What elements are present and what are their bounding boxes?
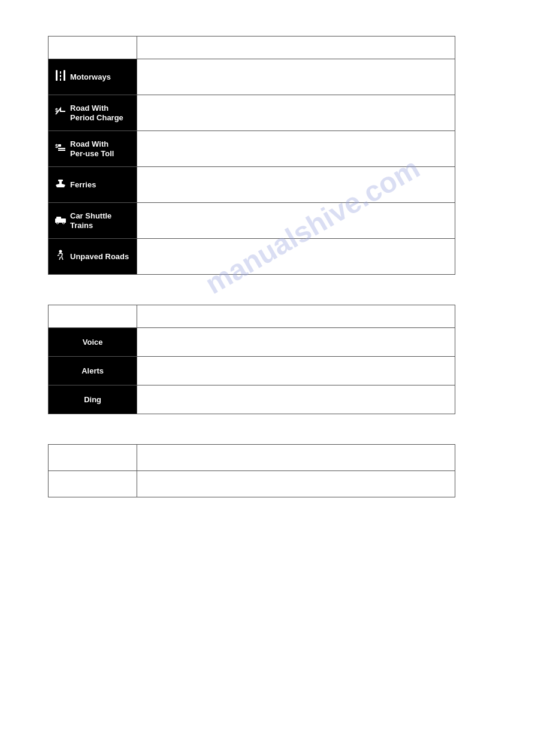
car-shuttle-trains-cell[interactable]: Car Shuttle Trains	[49, 203, 137, 239]
unpaved-roads-icon	[55, 250, 67, 263]
motorways-label: Motorways	[70, 72, 111, 82]
table2-header-col1	[49, 305, 137, 328]
road-period-charge-description	[137, 95, 455, 131]
svg-rect-0	[56, 70, 58, 81]
bottom-table	[48, 444, 455, 497]
bottom-row1-col2	[137, 445, 455, 471]
svg-rect-16	[55, 221, 66, 223]
svg-rect-9	[58, 144, 61, 147]
svg-rect-3	[60, 75, 61, 77]
car-shuttle-trains-label: Car Shuttle Trains	[70, 211, 131, 230]
road-period-charge-row: $ Road WithPeriod Charge	[49, 95, 455, 131]
car-shuttle-trains-badge: Car Shuttle Trains	[49, 203, 137, 238]
road-per-use-toll-row: $ Road WithPer-use Toll	[49, 131, 455, 167]
bottom-row2-col1	[49, 471, 137, 497]
road-period-charge-label: Road WithPeriod Charge	[70, 104, 123, 122]
svg-rect-4	[60, 78, 61, 81]
voice-cell[interactable]: Voice	[49, 328, 137, 357]
table2-header-col2	[137, 305, 455, 328]
svg-text:$: $	[55, 143, 58, 149]
motorways-cell[interactable]: Motorways	[49, 59, 137, 95]
ding-label: Ding	[84, 395, 101, 404]
svg-rect-7	[58, 148, 65, 149]
ferries-row: Ferries	[49, 167, 455, 203]
alerts-badge: Alerts	[49, 357, 137, 385]
motorways-description	[137, 59, 455, 95]
page-content: Motorways $ Road WithPeriod Charge	[0, 0, 535, 533]
table1-header-col2	[137, 37, 455, 59]
motorways-row: Motorways	[49, 59, 455, 95]
ding-row: Ding	[49, 385, 455, 414]
svg-rect-8	[58, 150, 65, 151]
car-shuttle-trains-row: Car Shuttle Trains	[49, 203, 455, 239]
ding-badge: Ding	[49, 385, 137, 414]
table1-header-col1	[49, 37, 137, 59]
period-charge-icon: $	[55, 106, 67, 120]
bottom-row2-col2	[137, 471, 455, 497]
svg-rect-13	[56, 217, 61, 219]
road-per-use-toll-label: Road WithPer-use Toll	[70, 139, 114, 158]
ferries-badge: Ferries	[49, 167, 137, 202]
road-per-use-toll-cell[interactable]: $ Road WithPer-use Toll	[49, 131, 137, 167]
svg-point-17	[59, 250, 62, 253]
sound-types-table: Voice Alerts Ding	[48, 305, 455, 414]
road-per-use-toll-badge: $ Road WithPer-use Toll	[49, 131, 137, 166]
unpaved-roads-badge: Unpaved Roads	[49, 239, 137, 274]
ferries-cell[interactable]: Ferries	[49, 167, 137, 203]
road-types-table: Motorways $ Road WithPeriod Charge	[48, 36, 455, 275]
alerts-description	[137, 357, 455, 385]
svg-rect-1	[64, 70, 65, 81]
ferries-label: Ferries	[70, 180, 96, 190]
unpaved-roads-description	[137, 239, 455, 275]
unpaved-roads-cell[interactable]: Unpaved Roads	[49, 239, 137, 275]
unpaved-roads-row: Unpaved Roads	[49, 239, 455, 275]
alerts-cell[interactable]: Alerts	[49, 357, 137, 385]
voice-description	[137, 328, 455, 357]
per-use-toll-icon: $	[55, 142, 67, 156]
motorway-icon	[55, 70, 67, 84]
table2-header-row	[49, 305, 455, 328]
bottom-row-2	[49, 471, 455, 497]
svg-rect-11	[58, 180, 63, 181]
car-shuttle-trains-description	[137, 203, 455, 239]
motorways-badge: Motorways	[49, 59, 137, 95]
voice-row: Voice	[49, 328, 455, 357]
ferries-description	[137, 167, 455, 203]
svg-rect-10	[59, 181, 62, 185]
table1-header-row	[49, 37, 455, 59]
bottom-row1-col1	[49, 445, 137, 471]
ding-cell[interactable]: Ding	[49, 385, 137, 414]
alerts-row: Alerts	[49, 357, 455, 385]
bottom-row-1	[49, 445, 455, 471]
voice-label: Voice	[83, 338, 103, 347]
unpaved-roads-label: Unpaved Roads	[70, 252, 129, 262]
road-period-charge-cell[interactable]: $ Road WithPeriod Charge	[49, 95, 137, 131]
car-shuttle-trains-icon	[55, 214, 67, 227]
svg-rect-2	[60, 71, 61, 74]
alerts-label: Alerts	[81, 366, 104, 375]
road-period-charge-badge: $ Road WithPeriod Charge	[49, 95, 137, 130]
ding-description	[137, 385, 455, 414]
voice-badge: Voice	[49, 328, 137, 356]
ferry-icon	[55, 178, 67, 192]
road-per-use-toll-description	[137, 131, 455, 167]
